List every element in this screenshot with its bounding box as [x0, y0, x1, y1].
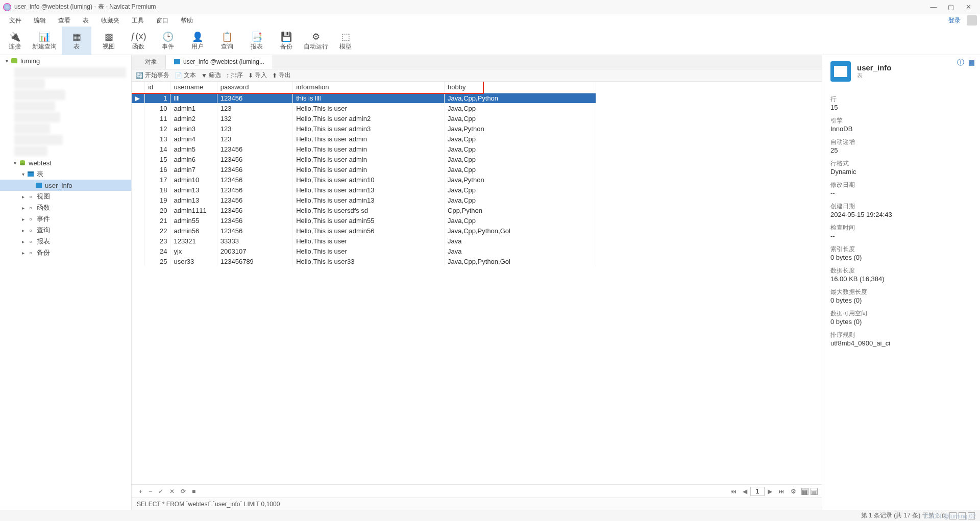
toolbar-user[interactable]: 👤用户	[183, 27, 212, 55]
table-row[interactable]: 20admin1111123456Hello,This is usersdfs …	[132, 205, 596, 215]
add-row-button[interactable]: +	[136, 487, 145, 496]
page-input[interactable]	[750, 487, 765, 496]
data-table[interactable]: idusernamepasswordinformationhobby ▶1lll…	[132, 82, 596, 266]
import-button[interactable]: ⬇ 导入	[248, 71, 267, 80]
tree-table-active[interactable]: user_info	[0, 180, 131, 191]
tab-table[interactable]: user_info @webtest (luming...	[166, 55, 273, 69]
col-username[interactable]: username	[170, 82, 217, 93]
tree-sub-item[interactable]: ▸▫报表	[0, 236, 131, 247]
tree-database[interactable]: ▾ webtest	[0, 157, 131, 168]
svg-rect-0	[11, 58, 17, 63]
tree-sub-item[interactable]: ▸▫函数	[0, 202, 131, 213]
blurred-node	[14, 90, 65, 100]
table-row[interactable]: ▶1llll123456this is llllJava,Cpp,Python	[132, 93, 596, 103]
tree-tables-folder[interactable]: ▾ 表	[0, 168, 131, 180]
commit-button[interactable]: ✓	[155, 487, 166, 496]
settings-button[interactable]: ⚙	[788, 487, 799, 496]
avatar-icon[interactable]	[967, 15, 977, 26]
tree-sub-item[interactable]: ▸▫备份	[0, 247, 131, 258]
col-password[interactable]: password	[217, 82, 292, 93]
menu-favorites[interactable]: 收藏夹	[95, 15, 126, 27]
table-row[interactable]: 17admin10123456Hello,This is user admin1…	[132, 175, 596, 185]
prop-value: --	[830, 189, 972, 197]
table-row[interactable]: 22admin56123456Hello,This is user admin5…	[132, 226, 596, 236]
tab-object[interactable]: 对象	[137, 55, 166, 69]
first-page-button[interactable]: ⏮	[727, 487, 740, 496]
prop-label: 行	[830, 95, 972, 104]
right-subtype: 表	[857, 72, 892, 80]
table-row[interactable]: 12admin3123Hello,This is user admin3Java…	[132, 123, 596, 134]
grid-view-toggle[interactable]: ▦	[801, 488, 808, 495]
menu-view[interactable]: 查看	[52, 15, 77, 27]
col-hobby[interactable]: hobby	[445, 82, 596, 93]
toolbar-sheet[interactable]: 📋查询	[212, 27, 242, 55]
maximize-button[interactable]: ▢	[942, 1, 960, 13]
table-row[interactable]: 2312332133333Hello,This is userJava	[132, 236, 596, 246]
toolbar-model[interactable]: ⬚模型	[331, 27, 360, 55]
toolbar-table[interactable]: ▦表	[62, 27, 91, 55]
menu-file[interactable]: 文件	[3, 15, 28, 27]
menu-window[interactable]: 窗口	[150, 15, 175, 27]
prop-value: 25	[830, 146, 972, 154]
prop-label: 索引长度	[830, 245, 972, 254]
svg-rect-5	[28, 171, 34, 173]
menu-help[interactable]: 帮助	[175, 15, 199, 27]
sort-button[interactable]: ↕ 排序	[226, 71, 243, 80]
table-row[interactable]: 15admin6123456Hello,This is user adminJa…	[132, 154, 596, 164]
prop-label: 数据可用空间	[830, 309, 972, 318]
info-icon[interactable]: ⓘ	[957, 58, 964, 67]
table-row[interactable]: 13admin4123Hello,This is user adminJava,…	[132, 134, 596, 144]
col-information[interactable]: information	[293, 82, 445, 93]
menu-edit[interactable]: 编辑	[28, 15, 52, 27]
table-row[interactable]: 25user33123456789Hello,This is user33Jav…	[132, 256, 596, 266]
last-page-button[interactable]: ⏭	[775, 487, 788, 496]
tree-connection[interactable]: ▾ luming	[0, 55, 131, 66]
prop-value: 0 bytes (0)	[830, 296, 972, 304]
delete-row-button[interactable]: −	[145, 487, 155, 496]
minimize-button[interactable]: —	[925, 1, 942, 13]
table-row[interactable]: 10admin1123Hello,This is userJava,Cpp	[132, 103, 596, 113]
table-row[interactable]: 24yjx2003107Hello,This is userJava	[132, 246, 596, 256]
auto-icon: ⚙	[309, 31, 323, 42]
blurred-node	[14, 79, 45, 89]
text-mode-button[interactable]: 📄 文本	[175, 71, 196, 80]
cancel-button[interactable]: ✕	[166, 487, 178, 496]
stop-button[interactable]: ■	[189, 487, 199, 496]
filter-button[interactable]: ▼ 筛选	[201, 71, 221, 80]
blurred-node	[14, 146, 47, 156]
next-page-button[interactable]: ▶	[765, 487, 775, 496]
toolbar-view[interactable]: ▩视图	[94, 27, 124, 55]
menu-tools[interactable]: 工具	[126, 15, 150, 27]
table-wrap[interactable]: idusernamepasswordinformationhobby ▶1lll…	[132, 82, 822, 484]
menu-table[interactable]: 表	[77, 15, 95, 27]
table-row[interactable]: 14admin5123456Hello,This is user adminJa…	[132, 144, 596, 154]
blurred-node	[14, 67, 126, 78]
toolbar-fx[interactable]: ƒ(x)函数	[124, 27, 153, 55]
prop-value: InnoDB	[830, 125, 972, 133]
prop-value: --	[830, 232, 972, 240]
toolbar-auto[interactable]: ⚙自动运行	[301, 27, 331, 55]
refresh-button[interactable]: ⟳	[178, 487, 189, 496]
form-view-toggle[interactable]: ▤	[811, 488, 818, 495]
toolbar-plug[interactable]: 🔌连接	[0, 27, 30, 55]
toolbar-report[interactable]: 📑报表	[242, 27, 272, 55]
tree-sub-item[interactable]: ▸▫查询	[0, 225, 131, 236]
tree-sub-item[interactable]: ▸▫视图	[0, 191, 131, 202]
prev-page-button[interactable]: ◀	[740, 487, 750, 496]
toolbar-backup[interactable]: 💾备份	[272, 27, 301, 55]
login-link[interactable]: 登录	[944, 15, 965, 27]
export-button[interactable]: ⬆ 导出	[272, 71, 291, 80]
table-row[interactable]: 21admin55123456Hello,This is user admin5…	[132, 215, 596, 226]
ddl-icon[interactable]: ▦	[968, 58, 975, 67]
table-row[interactable]: 18admin13123456Hello,This is user admin1…	[132, 185, 596, 195]
table-row[interactable]: 11admin2132Hello,This is user admin2Java…	[132, 113, 596, 123]
table-row[interactable]: 19admin13123456Hello,This is user admin1…	[132, 195, 596, 205]
toolbar-clock[interactable]: 🕒事件	[153, 27, 183, 55]
close-button[interactable]: ✕	[960, 1, 977, 13]
tree-sub-item[interactable]: ▸▫事件	[0, 213, 131, 225]
begin-transaction-button[interactable]: 🔄 开始事务	[136, 71, 169, 80]
col-id[interactable]: id	[145, 82, 170, 93]
table-row[interactable]: 16admin7123456Hello,This is user adminJa…	[132, 164, 596, 175]
report-icon: 📑	[250, 31, 263, 42]
toolbar-query[interactable]: 📊新建查询	[30, 27, 59, 55]
